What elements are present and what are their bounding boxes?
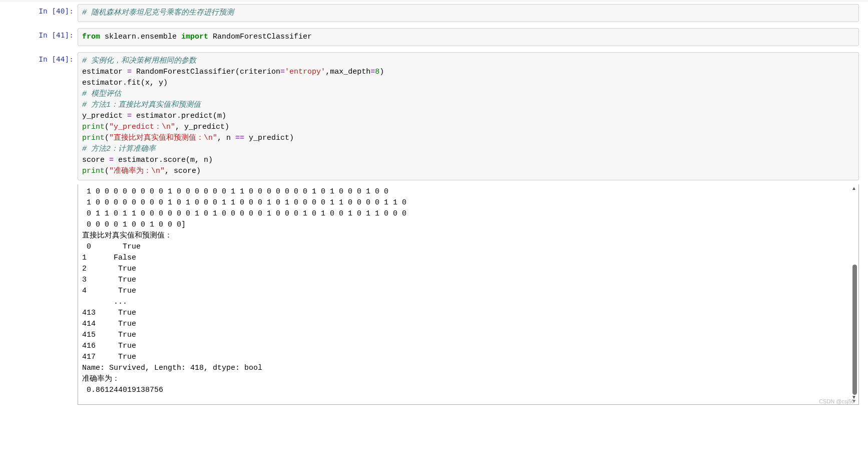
output-area[interactable]: 1 0 0 0 0 0 0 0 0 1 0 0 0 0 0 0 1 1 0 0 … <box>78 184 859 405</box>
scroll-up-arrow-icon[interactable]: ▲ <box>851 185 856 191</box>
input-prompt: In [40]: <box>0 4 78 22</box>
input-prompt: In [44]: <box>0 52 78 180</box>
cell-content: # 随机森林对泰坦尼克号乘客的生存进行预测 <box>78 4 859 22</box>
watermark: CSDN @csj50 <box>819 398 854 404</box>
output-text: 1 0 0 0 0 0 0 0 0 1 0 0 0 0 0 0 1 1 0 0 … <box>78 184 858 398</box>
code-cell-41[interactable]: In [41]: from sklearn.ensemble import Ra… <box>0 26 868 48</box>
cell-content: # 实例化，和决策树用相同的参数 estimator = RandomFores… <box>78 52 859 180</box>
code-editor[interactable]: from sklearn.ensemble import RandomFores… <box>78 28 859 46</box>
code-editor[interactable]: # 实例化，和决策树用相同的参数 estimator = RandomFores… <box>78 52 859 180</box>
cell-content: from sklearn.ensemble import RandomFores… <box>78 28 859 46</box>
notebook-container: In [40]: # 随机森林对泰坦尼克号乘客的生存进行预测 In [41]: … <box>0 2 868 474</box>
code-editor[interactable]: # 随机森林对泰坦尼克号乘客的生存进行预测 <box>78 4 859 22</box>
code-cell-40[interactable]: In [40]: # 随机森林对泰坦尼克号乘客的生存进行预测 <box>0 2 868 24</box>
input-prompt: In [41]: <box>0 28 78 46</box>
code-cell-44[interactable]: In [44]: # 实例化，和决策树用相同的参数 estimator = Ra… <box>0 50 868 182</box>
scrollbar-thumb[interactable] <box>852 265 857 395</box>
